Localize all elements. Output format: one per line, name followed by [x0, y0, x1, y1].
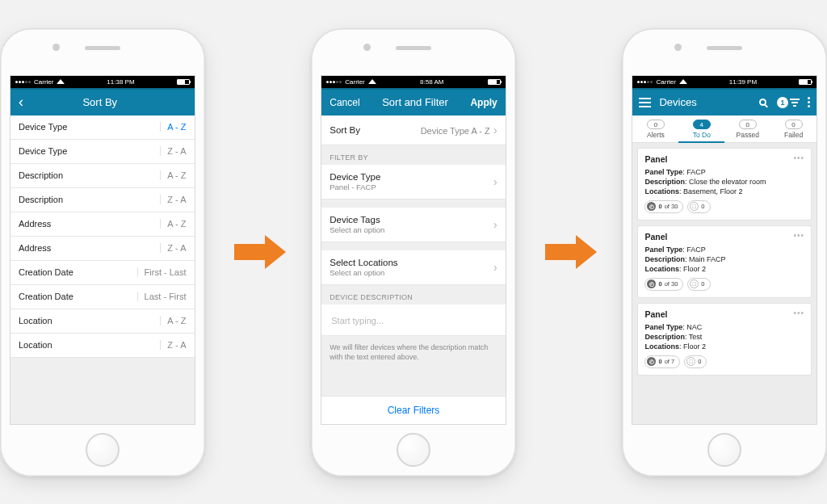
menu-icon[interactable]	[639, 98, 651, 107]
sort-option-row[interactable]: Creation DateFirst - Last	[10, 261, 195, 285]
sort-option-row[interactable]: LocationZ - A	[10, 334, 195, 358]
filter-button[interactable]: 1	[777, 97, 800, 108]
sort-option-row[interactable]: AddressZ - A	[10, 237, 195, 261]
device-card[interactable]: •••PanelPanel Type: NACDescription: Test…	[637, 303, 812, 376]
sort-option-value: A - Z	[160, 170, 186, 180]
cancel-button[interactable]: Cancel	[330, 97, 359, 108]
status-time: 11:39 PM	[729, 78, 757, 86]
card-more-icon[interactable]: •••	[794, 231, 805, 240]
status-tabs: 0Alerts4To Do0Passed0Failed	[632, 116, 817, 143]
description-input-row[interactable]	[321, 304, 506, 336]
filter-by-header: FILTER BY	[321, 145, 506, 165]
notes-chip: □0	[687, 200, 710, 213]
filter-device-tags-row[interactable]: Device TagsSelect an option ›	[321, 208, 506, 242]
filter-locations-row[interactable]: Select LocationsSelect an option ›	[321, 250, 506, 285]
home-button[interactable]	[707, 433, 741, 467]
chevron-right-icon: ›	[493, 218, 497, 231]
sort-option-value: A - Z	[160, 316, 186, 326]
sort-options-list: Device TypeA - ZDevice TypeZ - ADescript…	[10, 116, 195, 358]
apply-button[interactable]: Apply	[470, 97, 497, 108]
sort-option-value: Last - First	[137, 292, 187, 301]
more-icon[interactable]	[808, 97, 810, 107]
page-title: Devices	[659, 96, 748, 108]
sort-option-row[interactable]: Device TypeZ - A	[10, 140, 195, 164]
search-icon[interactable]	[756, 96, 769, 109]
clock-icon: ◴	[647, 202, 656, 211]
status-time: 11:38 PM	[107, 78, 134, 86]
notes-chip: □0	[687, 278, 710, 291]
sort-option-row[interactable]: Creation DateLast - First	[10, 285, 195, 309]
sort-option-row[interactable]: LocationA - Z	[10, 309, 195, 334]
sort-by-row[interactable]: Sort By Device Type A - Z ›	[321, 116, 506, 145]
wifi-icon	[368, 79, 376, 84]
description-input[interactable]	[330, 315, 497, 326]
sort-option-label: Address	[19, 219, 51, 229]
sort-by-label: Sort By	[330, 125, 360, 135]
tab-count-badge: 0	[647, 120, 665, 129]
sort-option-row[interactable]: DescriptionZ - A	[10, 188, 195, 212]
progress-chip: ◴0 of 30	[644, 200, 683, 213]
card-title: Panel	[644, 154, 804, 164]
nav-bar: ‹ Sort By	[10, 88, 195, 116]
tab-label: Passed	[737, 131, 759, 139]
clear-filters-button[interactable]: Clear Filters	[321, 396, 506, 424]
sort-option-label: Creation Date	[19, 292, 73, 301]
device-card[interactable]: •••PanelPanel Type: FACPDescription: Mai…	[637, 225, 812, 298]
description-hint: We will filter devices where the descrip…	[321, 336, 506, 368]
sort-option-value: A - Z	[160, 122, 186, 132]
carrier-label: Carrier	[34, 78, 53, 86]
sort-by-value: Device Type A - Z	[421, 126, 490, 136]
nav-bar: Cancel Sort and Filter Apply	[321, 88, 506, 116]
device-list: •••PanelPanel Type: FACPDescription: Clo…	[632, 143, 817, 376]
note-icon: □	[690, 279, 699, 288]
tab-passed[interactable]: 0Passed	[724, 116, 770, 142]
tab-to-do[interactable]: 4To Do	[678, 116, 724, 142]
sort-option-label: Location	[19, 316, 52, 326]
tab-count-badge: 4	[693, 120, 711, 129]
home-button[interactable]	[397, 433, 430, 467]
sort-option-label: Location	[19, 340, 52, 350]
flow-arrow-icon	[234, 235, 283, 269]
sort-option-value: Z - A	[160, 146, 186, 156]
sort-option-value: A - Z	[160, 219, 186, 229]
tab-label: Failed	[784, 131, 803, 139]
device-description-header: DEVICE DESCRIPTION	[321, 285, 506, 304]
tab-count-badge: 0	[785, 120, 803, 129]
tab-count-badge: 0	[739, 120, 757, 129]
sort-option-label: Description	[19, 195, 63, 204]
nav-bar: Devices 1	[632, 88, 817, 116]
status-time: 8:58 AM	[420, 78, 443, 86]
back-icon[interactable]: ‹	[19, 94, 23, 111]
sort-option-row[interactable]: AddressA - Z	[10, 212, 195, 237]
device-card[interactable]: •••PanelPanel Type: FACPDescription: Clo…	[637, 148, 812, 220]
page-title: Sort and Filter	[382, 96, 448, 108]
sort-option-value: Z - A	[160, 340, 186, 350]
filter-count-badge: 1	[777, 97, 788, 108]
tab-alerts[interactable]: 0Alerts	[632, 116, 678, 142]
flow-arrow-icon	[545, 235, 594, 269]
filter-device-type-row[interactable]: Device TypePanel - FACP ›	[321, 165, 506, 200]
tab-failed[interactable]: 0Failed	[770, 116, 817, 142]
tab-label: Alerts	[647, 131, 665, 139]
card-more-icon[interactable]: •••	[794, 309, 805, 317]
sort-option-row[interactable]: DescriptionA - Z	[10, 164, 195, 188]
card-title: Panel	[644, 309, 804, 319]
sort-option-label: Address	[19, 243, 51, 253]
sort-option-value: Z - A	[160, 195, 186, 204]
sort-option-label: Device Type	[19, 122, 67, 132]
home-button[interactable]	[86, 433, 120, 467]
clock-icon: ◴	[647, 357, 656, 366]
clock-icon: ◴	[647, 279, 656, 288]
notes-chip: □0	[684, 355, 707, 368]
page-title: Sort By	[82, 96, 117, 108]
sort-option-value: First - Last	[137, 267, 187, 277]
card-more-icon[interactable]: •••	[794, 153, 805, 162]
chevron-right-icon: ›	[493, 261, 497, 274]
filter-icon	[790, 99, 800, 107]
sort-option-row[interactable]: Device TypeA - Z	[10, 116, 195, 140]
note-icon: □	[686, 357, 695, 366]
note-icon: □	[690, 202, 699, 211]
status-bar: Carrier 8:58 AM	[321, 76, 506, 88]
phone-sort-by: Carrier 11:38 PM ‹ Sort By Device TypeA …	[0, 28, 205, 477]
chevron-right-icon: ›	[493, 124, 497, 136]
